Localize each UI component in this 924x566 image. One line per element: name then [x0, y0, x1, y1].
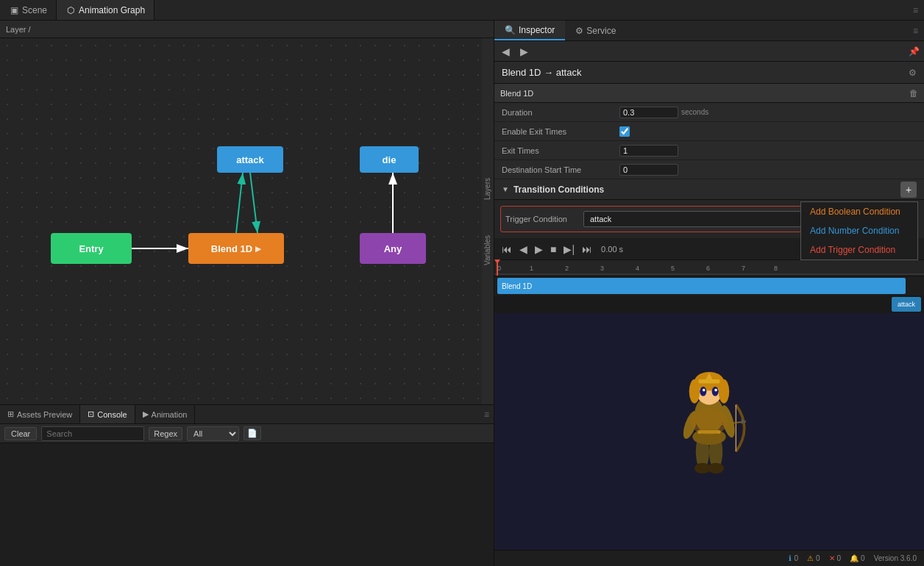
- context-menu: Add Boolean Condition Add Number Conditi…: [800, 201, 918, 260]
- exit-times-checkbox[interactable]: [619, 126, 630, 137]
- entry-node[interactable]: Entry: [51, 233, 132, 264]
- bell-icon: 🔔: [850, 554, 859, 562]
- svg-point-34: [708, 463, 724, 474]
- blend1d-node[interactable]: Blend 1D ▶: [188, 233, 284, 264]
- log-file-button[interactable]: 📄: [244, 426, 261, 440]
- layers-tab[interactable]: Layers: [482, 175, 494, 203]
- info-icon: ℹ: [789, 554, 792, 562]
- graph-connections: [0, 38, 494, 404]
- character-preview: [494, 313, 924, 550]
- svg-text:6: 6: [706, 265, 710, 272]
- svg-text:3: 3: [600, 265, 604, 272]
- svg-text:7: 7: [742, 265, 745, 272]
- svg-line-3: [236, 173, 243, 233]
- warning-count: ⚠ 0: [807, 554, 820, 562]
- assets-preview-tab[interactable]: ⊞ Assets Preview: [0, 405, 80, 423]
- svg-rect-23: [698, 379, 719, 383]
- tl-next-frame-button[interactable]: ▶|: [562, 243, 576, 255]
- duration-label: Duration: [502, 108, 619, 117]
- timeline-ruler: 0 1 2 3 4 5 6 7 8: [494, 259, 924, 276]
- tl-play-button[interactable]: ▶: [533, 243, 544, 255]
- dest-start-row: Destination Start Time: [494, 160, 924, 179]
- service-tab[interactable]: ⚙ Service: [565, 21, 626, 40]
- svg-text:2: 2: [565, 265, 569, 272]
- right-panel: 🔍 Inspector ⚙ Service ≡ ◀ ▶ 📌 Blend 1D →…: [494, 21, 924, 566]
- animation-graph-label: Animation Graph: [79, 5, 145, 15]
- error-icon: ✕: [829, 554, 835, 562]
- side-tabs: Layers Variables: [482, 38, 494, 404]
- console-content: [0, 443, 494, 566]
- duration-suffix: seconds: [681, 108, 708, 116]
- inspector-tab[interactable]: 🔍 Inspector: [494, 21, 565, 40]
- conditions-header: ▼ Transition Conditions +: [494, 179, 924, 200]
- settings-icon[interactable]: ⚙: [909, 68, 917, 78]
- tl-time-display: 0.00 s: [601, 245, 623, 254]
- add-condition-button[interactable]: +: [900, 182, 917, 198]
- console-icon: ⊡: [88, 409, 94, 419]
- filter-select[interactable]: All Error Warning Info: [187, 426, 239, 441]
- scene-tab-label: Scene: [22, 5, 47, 15]
- delete-blend1d-button[interactable]: 🗑: [909, 88, 918, 98]
- tl-stop-button[interactable]: ■: [549, 243, 558, 255]
- bottom-drag-handle[interactable]: ≡: [480, 409, 494, 420]
- tl-prev-button[interactable]: ◀: [518, 243, 529, 255]
- svg-line-4: [250, 173, 257, 233]
- dest-start-input[interactable]: [619, 164, 678, 176]
- add-number-condition-item[interactable]: Add Number Condition: [801, 221, 917, 240]
- svg-point-25: [700, 387, 706, 396]
- svg-text:8: 8: [774, 265, 778, 272]
- status-bar: ℹ 0 ⚠ 0 ✕ 0 🔔 0 Version 3.6.0: [494, 550, 924, 566]
- add-trigger-condition-item[interactable]: Add Trigger Condition: [801, 240, 917, 259]
- error-count: ✕ 0: [829, 554, 842, 562]
- character-svg: [636, 358, 783, 505]
- nav-forward-button[interactable]: ▶: [517, 44, 531, 59]
- assets-icon: ⊞: [7, 409, 14, 419]
- inspector-icon: 🔍: [505, 25, 516, 35]
- exit-label: Exit Times: [502, 146, 619, 155]
- svg-point-28: [714, 389, 717, 392]
- warning-icon: ⚠: [807, 554, 814, 562]
- tl-start-button[interactable]: ⏮: [500, 243, 513, 255]
- conditions-title: Transition Conditions: [513, 185, 604, 195]
- inspector-title: Blend 1D → attack: [502, 67, 581, 78]
- die-node[interactable]: die: [360, 146, 419, 173]
- pin-button[interactable]: 📌: [909, 46, 920, 57]
- svg-point-22: [719, 379, 730, 404]
- clear-button[interactable]: Clear: [4, 427, 37, 440]
- breadcrumb: Layer /: [0, 21, 494, 38]
- add-boolean-condition-item[interactable]: Add Boolean Condition: [801, 202, 917, 221]
- svg-text:1: 1: [530, 265, 533, 272]
- tl-end-button[interactable]: ⏭: [580, 243, 594, 255]
- exit-times-label: Enable Exit Times: [502, 127, 619, 136]
- svg-point-26: [712, 387, 719, 396]
- search-input[interactable]: [41, 426, 144, 441]
- blend1d-section-header: Blend 1D 🗑: [494, 84, 924, 103]
- tab-drag-handle[interactable]: ≡: [907, 5, 924, 15]
- animation-graph-tab[interactable]: ⬡ Animation Graph: [57, 0, 154, 20]
- scene-tab[interactable]: ▣ Scene: [0, 0, 57, 20]
- svg-text:5: 5: [671, 265, 675, 272]
- exit-times-row: Enable Exit Times: [494, 122, 924, 141]
- animation-tab[interactable]: ▶ Animation: [135, 405, 196, 423]
- exit-value-input[interactable]: [619, 145, 678, 157]
- nav-back-button[interactable]: ◀: [499, 44, 513, 59]
- svg-marker-17: [494, 259, 500, 264]
- console-tab[interactable]: ⊡ Console: [80, 405, 135, 423]
- exit-value-row: Exit Times: [494, 141, 924, 160]
- svg-point-21: [689, 379, 700, 404]
- duration-row: Duration seconds: [494, 103, 924, 122]
- bottom-panel: ⊞ Assets Preview ⊡ Console ▶ Animation ≡…: [0, 404, 494, 566]
- variables-tab[interactable]: Variables: [482, 232, 494, 268]
- animation-icon: ⬡: [65, 5, 76, 15]
- regex-button[interactable]: Regex: [149, 427, 182, 440]
- duration-input[interactable]: [619, 107, 678, 118]
- inspector-drag-handle[interactable]: ≡: [907, 26, 924, 36]
- any-node[interactable]: Any: [360, 233, 426, 264]
- attack-node[interactable]: attack: [217, 146, 283, 173]
- svg-point-27: [703, 389, 706, 392]
- dest-start-label: Destination Start Time: [502, 165, 619, 174]
- bell-count: 🔔 0: [850, 554, 865, 562]
- anim-icon: ▶: [143, 409, 149, 419]
- conditions-toggle[interactable]: ▼: [502, 185, 509, 193]
- animation-graph-canvas[interactable]: Entry Blend 1D ▶ attack die Any Layers V…: [0, 38, 494, 404]
